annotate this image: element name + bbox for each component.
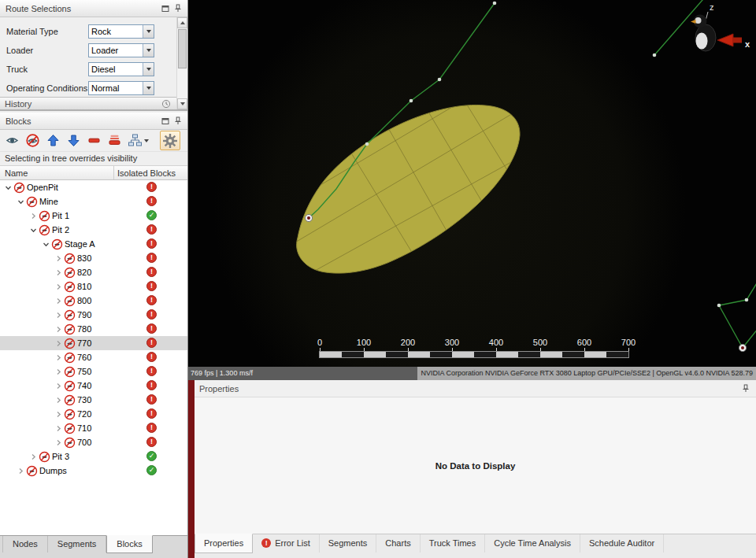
scroll-up-button[interactable] [177,17,187,28]
move-down-button[interactable] [63,131,83,150]
haul-route-line[interactable] [719,305,743,348]
tree-row-dumps[interactable]: Dumps✓ [0,464,187,478]
operating-conditions-select[interactable]: Normal [88,81,154,95]
expand-icon[interactable] [54,353,63,362]
hidden-eye-icon[interactable] [64,253,76,264]
tree-row-710[interactable]: 710! [0,421,187,435]
pin-icon[interactable] [740,383,751,394]
expand-icon[interactable] [54,423,63,433]
tree-row-810[interactable]: 810! [0,279,187,294]
tree-row-750[interactable]: 750! [0,364,187,379]
viewport-3d[interactable]: z x 0100200300400500600700 [188,0,756,367]
route-node-dot[interactable] [717,304,721,308]
tree-row-770[interactable]: 770! [0,336,187,350]
tree-row-820[interactable]: 820! [0,265,187,279]
remove-button[interactable] [83,131,104,150]
expand-icon[interactable] [54,296,63,305]
blocks-titlebar[interactable]: Blocks [0,113,187,130]
route-node-dot[interactable] [365,142,369,146]
show-eye-button[interactable] [2,131,22,150]
expand-icon[interactable] [28,452,38,461]
collapse-icon[interactable] [16,197,25,206]
expand-icon[interactable] [16,466,25,475]
route-node-dot[interactable] [410,99,413,103]
settings-gear-button[interactable] [160,131,180,150]
tree-row-730[interactable]: 730! [0,393,187,407]
expand-icon[interactable] [54,381,63,390]
haul-route-line[interactable] [719,272,756,305]
expand-icon[interactable] [54,409,63,419]
dropdown-arrow-icon[interactable] [143,44,154,57]
expand-icon[interactable] [54,367,63,376]
truck-select[interactable]: Diesel [88,62,154,76]
column-header-isolated-blocks[interactable]: Isolated Blocks [114,166,187,179]
pit-block-surface[interactable] [297,105,520,273]
hidden-eye-icon[interactable] [64,295,76,307]
tree-row-830[interactable]: 830! [0,251,187,265]
column-header-name[interactable]: Name [0,166,114,179]
hidden-eye-icon[interactable] [64,380,76,392]
bottom-tab-charts[interactable]: Charts [376,534,420,552]
material-type-select[interactable]: Rock [88,24,154,39]
hide-eye-button[interactable] [22,131,43,150]
pin-icon[interactable] [172,3,183,14]
bottom-tab-truck-times[interactable]: Truck Times [421,534,486,552]
hidden-eye-icon[interactable] [51,238,63,250]
expand-icon[interactable] [28,211,38,220]
scroll-thumb[interactable] [178,29,187,68]
tree-row-pit-1[interactable]: Pit 1✓ [0,209,187,223]
tree-row-740[interactable]: 740! [0,379,187,393]
dropdown-arrow-icon[interactable] [143,82,154,94]
hidden-eye-icon[interactable] [64,437,76,449]
route-node-dot[interactable] [493,2,497,6]
pin-icon[interactable] [172,116,183,127]
bottom-tab-error-list[interactable]: !Error List [253,534,320,552]
float-window-icon[interactable] [160,116,171,127]
tree-row-openpit[interactable]: OpenPit! [0,180,187,194]
vertical-scrollbar[interactable] [176,17,187,109]
hidden-eye-icon[interactable] [64,267,76,279]
tree-row-720[interactable]: 720! [0,407,187,421]
hidden-eye-icon[interactable] [64,323,76,335]
remove-all-button[interactable] [104,131,124,150]
tree-row-pit-3[interactable]: Pit 3✓ [0,449,187,464]
expand-icon[interactable] [54,438,63,447]
route-node-dot[interactable] [745,298,749,302]
tree-row-790[interactable]: 790! [0,308,187,322]
tree-row-780[interactable]: 780! [0,322,187,336]
tree-row-stage-a[interactable]: Stage A! [0,237,187,251]
hidden-eye-icon[interactable] [64,352,76,364]
dock-tab-segments[interactable]: Segments [48,536,107,552]
properties-header[interactable]: Properties [195,380,756,397]
splitter-bar[interactable] [188,380,195,558]
hidden-eye-icon[interactable] [64,281,76,293]
loader-select[interactable]: Loader [88,43,154,57]
route-node-dot[interactable] [438,78,442,82]
dropdown-arrow-icon[interactable] [143,25,154,38]
scroll-down-button[interactable] [177,98,187,109]
hidden-eye-icon[interactable] [39,451,50,463]
hidden-eye-icon[interactable] [39,210,50,222]
hidden-eye-icon[interactable] [13,182,25,194]
expand-icon[interactable] [54,268,63,277]
hidden-eye-icon[interactable] [26,196,38,208]
bottom-tab-properties[interactable]: Properties [195,534,253,553]
tree-row-mine[interactable]: Mine! [0,194,187,209]
tree-options-button[interactable] [124,131,151,150]
bottom-tab-cycle-time-analysis[interactable]: Cycle Time Analysis [485,534,580,552]
tree-row-760[interactable]: 760! [0,350,187,364]
hidden-eye-icon[interactable] [64,408,76,420]
haul-route-line[interactable] [743,321,756,348]
hidden-eye-icon[interactable] [64,309,76,321]
tree-row-800[interactable]: 800! [0,294,187,308]
history-section-header[interactable]: History [0,97,176,109]
expand-icon[interactable] [54,338,63,348]
expand-icon[interactable] [54,324,63,334]
hidden-eye-icon[interactable] [64,423,76,434]
hidden-eye-icon[interactable] [64,338,76,349]
dock-tab-nodes[interactable]: Nodes [2,536,48,552]
tree-row-pit-2[interactable]: Pit 2! [0,223,187,237]
route-endpoint-marker[interactable] [305,214,312,221]
collapse-icon[interactable] [41,239,50,249]
collapse-icon[interactable] [28,225,38,235]
